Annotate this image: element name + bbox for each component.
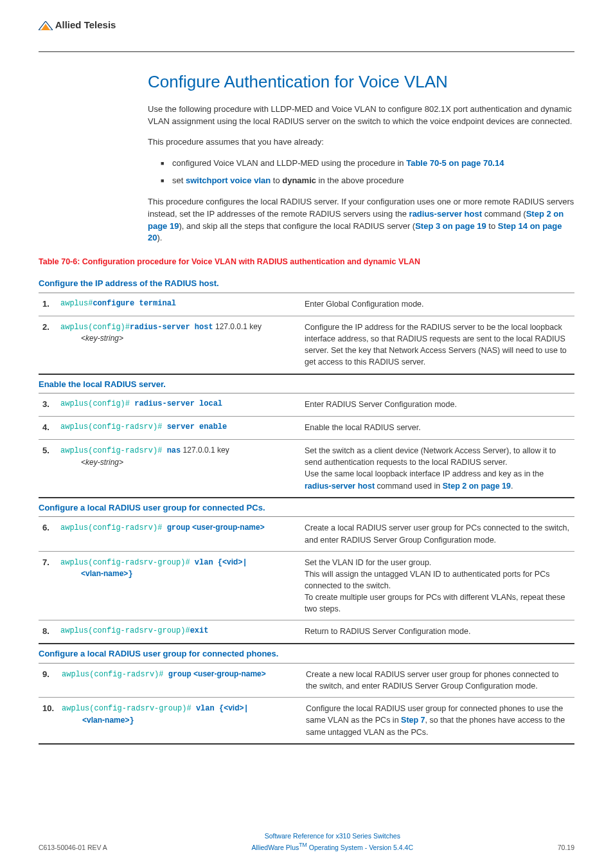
- description-cell: Set the switch as a client device (Netwo…: [301, 440, 574, 498]
- closing-paragraph: This procedure configures the local RADI…: [148, 196, 574, 244]
- list-item: set switchport voice vlan to dynamic in …: [161, 175, 574, 187]
- table-row: 9. awplus(config-radsrv)# group <user-gr…: [39, 664, 574, 698]
- step-number: 2.: [39, 316, 57, 374]
- description-cell: Create a new local RADIUS server user gr…: [302, 664, 574, 698]
- command-cell: awplus(config)#radius-server host 127.0.…: [57, 316, 301, 374]
- table-row: 1. awplus#configure terminal Enter Globa…: [39, 293, 574, 316]
- command-cell: awplus#configure terminal: [57, 293, 301, 316]
- section-header: Configure the IP address of the RADIUS h…: [39, 274, 574, 293]
- table-row: 6. awplus(config-radsrv)# group <user-gr…: [39, 517, 574, 551]
- prereq-list: configured Voice VLAN and LLDP-MED using…: [161, 158, 574, 187]
- command-link[interactable]: radius-server host: [305, 482, 375, 491]
- footer-center: Software Reference for x310 Series Switc…: [107, 831, 558, 853]
- description-cell: Enter Global Configuration mode.: [301, 293, 574, 316]
- table-row: 10. awplus(config-radsrv-group)# vlan {<…: [39, 698, 574, 744]
- table-row: 2. awplus(config)#radius-server host 127…: [39, 316, 574, 374]
- description-cell: Return to RADIUS Server Configuration mo…: [301, 620, 574, 644]
- command-link[interactable]: switchport voice vlan: [186, 176, 271, 185]
- table-caption: Table 70-6: Configuration procedure for …: [39, 256, 574, 267]
- table-link[interactable]: Table 70-5 on page 70.14: [406, 158, 504, 168]
- step-number: 7.: [39, 551, 57, 620]
- description-cell: Configure the IP address for the RADIUS …: [301, 316, 574, 374]
- command-cell: awplus(config-radsrv)# group <user-group…: [57, 517, 301, 551]
- step-number: 9.: [39, 664, 58, 698]
- step-number: 6.: [39, 517, 57, 551]
- table-row: 7. awplus(config-radsrv-group)# vlan {<v…: [39, 551, 574, 620]
- procedure-table: 3. awplus(config)# radius-server local E…: [39, 393, 574, 498]
- description-cell: Enter RADIUS Server Configuration mode.: [301, 393, 574, 416]
- command-cell: awplus(config-radsrv-group)# vlan {<vid>…: [58, 698, 302, 744]
- page-title: Configure Authentication for Voice VLAN: [148, 70, 574, 95]
- assume-paragraph: This procedure assumes that you have alr…: [148, 136, 574, 149]
- brand-logo: Allied Telesis: [39, 18, 116, 32]
- section-header: Configure a local RADIUS user group for …: [39, 644, 574, 664]
- description-cell: Configure the local RADIUS user group fo…: [302, 698, 574, 744]
- command-cell: awplus(config-radsrv-group)#exit: [57, 620, 301, 644]
- step-number: 1.: [39, 293, 57, 316]
- section-header: Configure a local RADIUS user group for …: [39, 498, 574, 518]
- step-number: 3.: [39, 393, 57, 416]
- description-cell: Set the VLAN ID for the user group. This…: [301, 551, 574, 620]
- page-footer: C613-50046-01 REV A Software Reference f…: [39, 831, 574, 853]
- section-header: Enable the local RADIUS server.: [39, 375, 574, 394]
- step-link[interactable]: Step 2 on page 19: [443, 482, 511, 491]
- list-item: configured Voice VLAN and LLDP-MED using…: [161, 158, 574, 170]
- step-number: 5.: [39, 440, 57, 498]
- command-link[interactable]: radius-server host: [409, 209, 482, 219]
- command-cell: awplus(config-radsrv)# group <user-group…: [58, 664, 302, 698]
- table-row: 3. awplus(config)# radius-server local E…: [39, 393, 574, 416]
- command-cell: awplus(config)# radius-server local: [57, 393, 301, 416]
- command-cell: awplus(config-radsrv-group)# vlan {<vid>…: [57, 551, 301, 620]
- step-number: 4.: [39, 417, 57, 440]
- procedure-table: 9. awplus(config-radsrv)# group <user-gr…: [39, 664, 574, 745]
- table-row: 5. awplus(config-radsrv)# nas 127.0.0.1 …: [39, 440, 574, 498]
- header-rule: [39, 51, 574, 52]
- footer-left: C613-50046-01 REV A: [39, 843, 107, 853]
- command-cell: awplus(config-radsrv)# nas 127.0.0.1 key…: [57, 440, 301, 498]
- step-number: 10.: [39, 698, 58, 744]
- procedure-table: 1. awplus#configure terminal Enter Globa…: [39, 293, 574, 374]
- description-cell: Create a local RADIUS server user group …: [301, 517, 574, 551]
- step-link[interactable]: Step 3 on page 19: [415, 221, 486, 231]
- intro-paragraph: Use the following procedure with LLDP-ME…: [148, 104, 574, 128]
- logo-text: Allied Telesis: [55, 19, 116, 30]
- logo-triangle-icon: [39, 21, 53, 30]
- footer-right: 70.19: [558, 843, 574, 853]
- command-cell: awplus(config-radsrv)# server enable: [57, 417, 301, 440]
- table-row: 4. awplus(config-radsrv)# server enable …: [39, 417, 574, 440]
- procedure-table: 6. awplus(config-radsrv)# group <user-gr…: [39, 517, 574, 644]
- step-number: 8.: [39, 620, 57, 644]
- step-link[interactable]: Step 7: [401, 716, 425, 725]
- table-row: 8. awplus(config-radsrv-group)#exit Retu…: [39, 620, 574, 644]
- description-cell: Enable the local RADIUS server.: [301, 417, 574, 440]
